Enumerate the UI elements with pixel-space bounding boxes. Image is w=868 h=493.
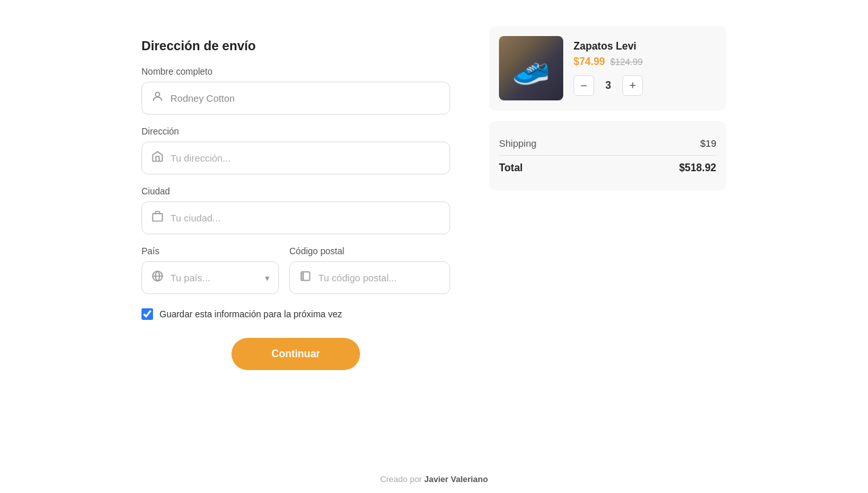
footer-text: Creado por — [380, 474, 424, 484]
order-summary: Zapatos Levi $74.99 $124.99 − 3 + Shippi… — [489, 26, 727, 370]
postal-icon — [299, 270, 312, 286]
address-input-wrapper — [141, 142, 450, 174]
decrease-quantity-button[interactable]: − — [574, 75, 594, 96]
price-current: $74.99 — [574, 56, 605, 68]
total-row: Total $518.92 — [499, 156, 716, 180]
postal-input[interactable] — [318, 272, 440, 283]
country-postal-row: País Tu país... México España Argentina … — [141, 246, 450, 306]
product-image — [499, 36, 563, 100]
total-label: Total — [499, 162, 523, 174]
shipping-value: $19 — [700, 138, 716, 149]
home-icon — [151, 150, 164, 166]
totals-section: Shipping $19 Total $518.92 — [489, 121, 727, 191]
city-input-wrapper — [141, 201, 450, 234]
shoe-illustration — [499, 36, 563, 100]
shipping-form: Dirección de envío Nombre completo Direc… — [141, 26, 450, 370]
continue-button[interactable]: Continuar — [231, 338, 360, 370]
total-value: $518.92 — [679, 162, 716, 174]
postal-field-group: Código postal — [289, 246, 450, 294]
city-input[interactable] — [170, 212, 440, 223]
country-select[interactable]: Tu país... México España Argentina Colom… — [170, 272, 269, 283]
city-label: Ciudad — [141, 186, 450, 196]
full-name-label: Nombre completo — [141, 66, 450, 77]
building-icon — [151, 210, 164, 226]
country-select-wrapper: Tu país... México España Argentina Colom… — [141, 261, 279, 294]
address-field-group: Dirección — [141, 126, 450, 174]
country-field-group: País Tu país... México España Argentina … — [141, 246, 279, 294]
address-input[interactable] — [170, 153, 440, 163]
footer-author-link[interactable]: Javier Valeriano — [424, 474, 488, 484]
address-label: Dirección — [141, 126, 450, 136]
product-name: Zapatos Levi — [574, 41, 716, 52]
price-original: $124.99 — [610, 57, 643, 67]
quantity-control: − 3 + — [574, 75, 716, 96]
globe-icon — [151, 270, 164, 286]
save-info-row: Guardar esta información para la próxima… — [141, 308, 450, 320]
full-name-input-wrapper — [141, 82, 450, 115]
city-field-group: Ciudad — [141, 186, 450, 234]
full-name-field-group: Nombre completo — [141, 66, 450, 115]
postal-input-wrapper — [289, 261, 450, 294]
shipping-label: Shipping — [499, 138, 536, 149]
svg-rect-1 — [153, 214, 163, 221]
product-card: Zapatos Levi $74.99 $124.99 − 3 + — [489, 26, 727, 111]
svg-point-0 — [156, 92, 160, 97]
country-label: País — [141, 246, 279, 256]
price-row: $74.99 $124.99 — [574, 56, 716, 68]
shipping-row: Shipping $19 — [499, 131, 716, 156]
person-icon — [151, 90, 164, 106]
postal-label: Código postal — [289, 246, 450, 256]
quantity-value: 3 — [602, 80, 615, 91]
section-title: Dirección de envío — [141, 39, 450, 53]
save-info-label[interactable]: Guardar esta información para la próxima… — [159, 309, 342, 319]
footer: Creado por Javier Valeriano — [0, 465, 868, 493]
increase-quantity-button[interactable]: + — [622, 75, 643, 96]
product-info: Zapatos Levi $74.99 $124.99 − 3 + — [574, 41, 716, 96]
save-info-checkbox[interactable] — [141, 308, 153, 320]
full-name-input[interactable] — [170, 93, 440, 104]
